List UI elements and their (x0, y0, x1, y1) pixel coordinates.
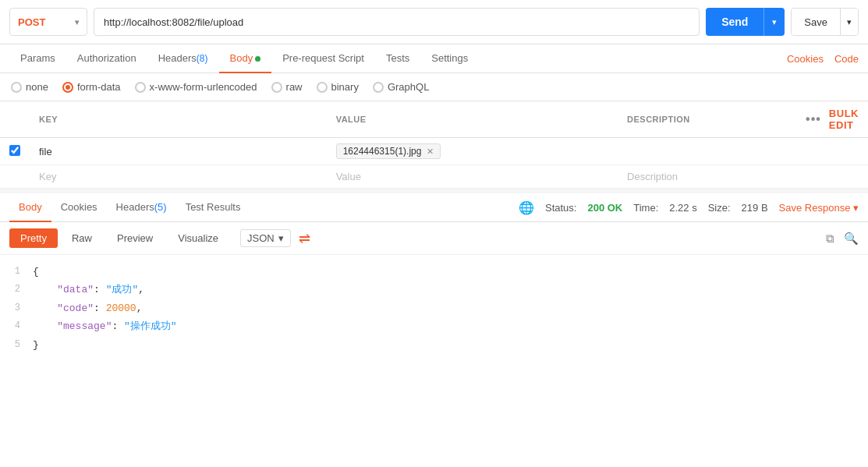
globe-icon: 🌐 (519, 200, 534, 215)
empty-row-desc-cell[interactable]: Description (618, 165, 796, 189)
cookies-link[interactable]: Cookies (787, 53, 824, 65)
empty-row-actions-cell (796, 165, 868, 189)
send-dropdown-button[interactable]: ▾ (763, 8, 785, 36)
radio-urlencoded[interactable]: x-www-form-urlencoded (135, 81, 257, 93)
empty-row-key-cell[interactable]: Key (30, 165, 327, 189)
copy-icon[interactable]: ⧉ (826, 232, 834, 246)
radio-raw-label: raw (286, 81, 303, 93)
tab-params[interactable]: Params (9, 44, 66, 73)
body-dot (255, 56, 260, 62)
code-line-2: 2 "data": "成功", (0, 281, 868, 299)
th-description: DESCRIPTION (618, 101, 796, 138)
save-response-button[interactable]: Save Response ▾ (779, 202, 859, 214)
time-label: Time: (633, 202, 658, 214)
empty-value-placeholder: Value (336, 171, 361, 182)
response-tab-bar: Body Cookies Headers(5) Test Results 🌐 S… (0, 193, 868, 222)
line-num-4: 4 (0, 317, 33, 335)
response-tab-cookies[interactable]: Cookies (51, 193, 107, 222)
response-subtabs-bar: Pretty Raw Preview Visualize JSON ▾ ⇌ ⧉ … (0, 222, 868, 255)
file-tag-name: 1624446315(1).jpg (343, 146, 422, 157)
line-content-5: } (33, 336, 868, 354)
response-tab-body[interactable]: Body (9, 193, 51, 222)
save-dropdown-button[interactable]: ▾ (840, 8, 858, 36)
tab-prerequest[interactable]: Pre-request Script (271, 44, 375, 73)
th-actions: ••• Bulk Edit (796, 101, 868, 138)
save-button[interactable]: Save (792, 8, 840, 36)
status-value: 200 OK (587, 202, 622, 214)
row-checkbox[interactable] (9, 145, 20, 156)
size-label: Size: (708, 202, 731, 214)
send-button[interactable]: Send (706, 8, 763, 36)
request-tab-bar: Params Authorization Headers(8) Body Pre… (0, 44, 868, 73)
format-chevron-icon: ▾ (278, 232, 284, 244)
row-checkbox-cell[interactable] (0, 138, 30, 165)
tab-headers[interactable]: Headers(8) (147, 44, 219, 73)
response-tab-testresults[interactable]: Test Results (176, 193, 250, 222)
radio-circle-graphql (373, 82, 384, 93)
format-label: JSON (247, 232, 275, 244)
file-tag-remove-icon[interactable]: ✕ (427, 147, 434, 157)
wrap-icon[interactable]: ⇌ (299, 230, 310, 247)
th-checkbox (0, 101, 30, 138)
radio-binary[interactable]: binary (317, 81, 359, 93)
code-line-1: 1 { (0, 263, 868, 281)
kv-table: KEY VALUE DESCRIPTION ••• Bulk Edit fi (0, 101, 868, 189)
more-icon[interactable]: ••• (806, 112, 821, 126)
row-value-cell[interactable]: 1624446315(1).jpg ✕ (327, 138, 618, 165)
method-label: POST (18, 16, 45, 28)
top-bar: POST ▾ Send ▾ Save ▾ (0, 0, 868, 44)
line-num-3: 3 (0, 299, 33, 317)
radio-none[interactable]: none (11, 81, 48, 93)
line-num-1: 1 (0, 263, 33, 281)
row-key-value: file (39, 146, 52, 157)
code-line-3: 3 "code": 20000, (0, 299, 868, 317)
tab-settings[interactable]: Settings (420, 44, 479, 73)
format-select[interactable]: JSON ▾ (240, 229, 291, 247)
subtab-preview[interactable]: Preview (106, 228, 164, 248)
line-content-3: "code": 20000, (33, 299, 868, 317)
th-key: KEY (30, 101, 327, 138)
file-tag: 1624446315(1).jpg ✕ (336, 143, 441, 159)
radio-none-label: none (26, 81, 48, 93)
row-desc-cell[interactable] (618, 138, 796, 165)
radio-form-data[interactable]: form-data (62, 81, 121, 93)
empty-row-checkbox-cell (0, 165, 30, 189)
tab-authorization[interactable]: Authorization (66, 44, 147, 73)
url-input[interactable] (94, 8, 700, 36)
search-icon[interactable]: 🔍 (844, 232, 859, 246)
tab-tests[interactable]: Tests (375, 44, 420, 73)
row-key-cell[interactable]: file (30, 138, 327, 165)
tab-right-links: Cookies Code (787, 53, 859, 65)
radio-formdata-label: form-data (77, 81, 121, 93)
radio-raw[interactable]: raw (271, 81, 303, 93)
table-row-empty: Key Value Description (0, 165, 868, 189)
empty-desc-placeholder: Description (627, 171, 678, 182)
save-button-group: Save ▾ (791, 8, 859, 36)
body-type-bar: none form-data x-www-form-urlencoded raw… (0, 73, 868, 101)
method-chevron-icon: ▾ (75, 18, 79, 27)
subtab-raw[interactable]: Raw (61, 228, 103, 248)
method-select[interactable]: POST ▾ (9, 8, 87, 36)
radio-binary-label: binary (331, 81, 359, 93)
code-link[interactable]: Code (834, 53, 859, 65)
subtab-visualize[interactable]: Visualize (167, 228, 229, 248)
size-value: 219 B (742, 202, 768, 214)
response-tab-headers[interactable]: Headers(5) (107, 193, 176, 222)
tab-body[interactable]: Body (219, 44, 272, 73)
line-num-5: 5 (0, 336, 33, 354)
radio-graphql[interactable]: GraphQL (373, 81, 429, 93)
radio-urlencoded-label: x-www-form-urlencoded (150, 81, 257, 93)
response-meta: 🌐 Status: 200 OK Time: 2.22 s Size: 219 … (519, 200, 859, 215)
time-value: 2.22 s (669, 202, 696, 214)
line-content-4: "message": "操作成功" (33, 317, 868, 335)
empty-key-placeholder: Key (39, 171, 56, 182)
code-area: 1 { 2 "data": "成功", 3 "code": 20000, 4 "… (0, 255, 868, 362)
bulk-edit-button[interactable]: Bulk Edit (829, 108, 859, 131)
radio-circle-urlencoded (135, 82, 146, 93)
radio-circle-none (11, 82, 22, 93)
th-value: VALUE (327, 101, 618, 138)
table-row: file 1624446315(1).jpg ✕ (0, 138, 868, 165)
subtab-pretty[interactable]: Pretty (9, 228, 58, 248)
radio-graphql-label: GraphQL (388, 81, 429, 93)
empty-row-value-cell[interactable]: Value (327, 165, 618, 189)
